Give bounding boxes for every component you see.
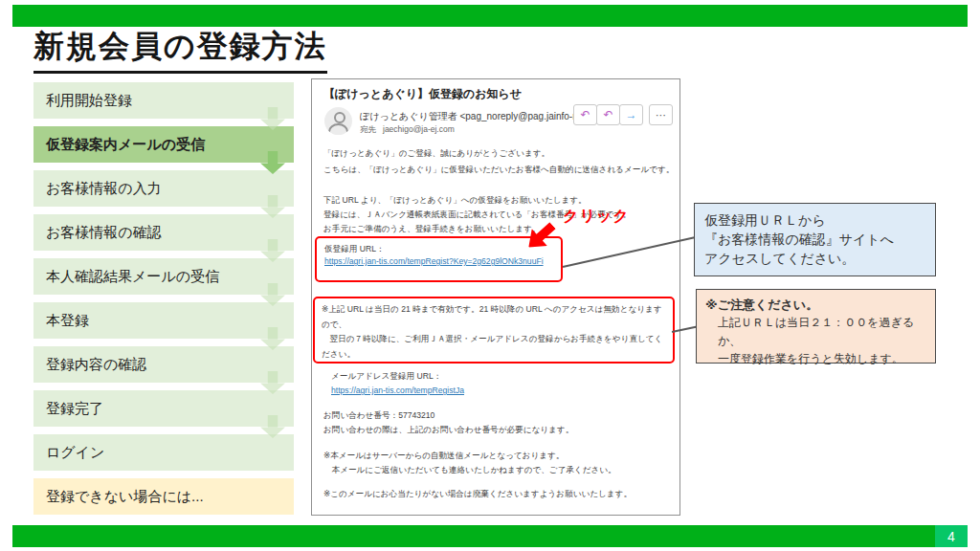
reply-all-button[interactable]: ↶ — [596, 104, 620, 125]
step-cannot-register: 登録できない場合には... — [33, 478, 294, 515]
click-annotation-label: クリック — [563, 207, 630, 227]
step-registration-complete: 登録完了 — [33, 390, 294, 427]
mail-url-label: メールアドレス登録用 URL： — [331, 369, 441, 384]
sender-avatar — [324, 107, 352, 135]
callout-line: 『お客様情報の確認』サイトへ — [704, 230, 925, 249]
auto-send-note: 本メールにご返信いただいても連絡いたしかねますので、ご了承ください。 — [323, 463, 616, 477]
email-recipient-row: 宛先jaechigo@ja-ej.com — [360, 124, 455, 136]
step-customer-info-input: お客様情報の入力 — [33, 170, 294, 207]
top-accent-bar — [12, 5, 968, 27]
step-temp-registration-mail-active: 仮登録案内メールの受信 — [33, 126, 294, 163]
email-screenshot-panel: 【ぽけっとあぐり】仮登録のお知らせ ぽけっとあぐり管理者 <pag_norepl… — [311, 78, 680, 516]
forward-button[interactable]: → — [619, 104, 643, 125]
temp-url-label: 仮登録用 URL： — [324, 242, 553, 256]
mail-registration-url-link[interactable]: https://agri.jan-tis.com/tempRegistJa — [331, 384, 464, 398]
temp-registration-url-link[interactable]: https://agri.jan-tis.com/tempRegist?Key=… — [324, 256, 553, 266]
step-label: 利用開始登録 — [46, 92, 132, 110]
step-label: お客様情報の確認 — [46, 224, 162, 242]
reply-button[interactable]: ↶ — [573, 104, 597, 125]
access-site-callout: 仮登録用ＵＲＬから 『お客様情報の確認』サイトへ アクセスしてください。 — [694, 203, 936, 276]
email-body-line: お手元にご準備のうえ、登録手続きをお願いいたします。 — [323, 222, 540, 236]
page-number: 4 — [935, 525, 968, 547]
step-start-registration: 利用開始登録 — [33, 82, 294, 119]
step-label: 登録完了 — [46, 400, 103, 418]
email-body-line: 「ぽけっとあぐり」のご登録、誠にありがとうございます。 — [323, 146, 549, 161]
step-label: 本人確認結果メールの受信 — [46, 268, 219, 286]
inquiry-number: お問い合わせ番号：57743210 — [323, 408, 434, 423]
bottom-accent-bar — [12, 525, 968, 547]
presentation-slide: 4 新規会員の登録方法 利用開始登録 仮登録案内メールの受信 お客様情報の入力 … — [0, 0, 980, 551]
step-label: ログイン — [46, 444, 104, 462]
step-label: 仮登録案内メールの受信 — [46, 136, 205, 154]
reply-icon: ↶ — [580, 108, 590, 121]
slide-title: 新規会員の登録方法 — [33, 26, 327, 74]
step-identity-result-mail: 本人確認結果メールの受信 — [33, 258, 294, 295]
ellipsis-icon: ⋯ — [656, 109, 666, 121]
step-label: お客様情報の入力 — [46, 180, 162, 198]
caution-callout: ※ご注意ください。 上記ＵＲＬは当日２１：００を過ぎるか、 一度登録作業を行うと… — [696, 289, 936, 364]
step-label: 登録できない場合には... — [46, 488, 204, 506]
step-label: 登録内容の確認 — [46, 356, 146, 374]
forward-icon: → — [626, 108, 637, 121]
to-label: 宛先 — [360, 124, 376, 134]
reply-all-icon: ↶ — [603, 108, 612, 121]
step-label: 本登録 — [46, 312, 89, 330]
step-full-registration: 本登録 — [33, 302, 294, 339]
person-icon — [334, 112, 345, 123]
more-options-button[interactable]: ⋯ — [649, 104, 673, 125]
email-subject: 【ぽけっとあぐり】仮登録のお知らせ — [323, 86, 522, 102]
caution-title: ※ご注意ください。 — [705, 296, 926, 314]
callout-line: アクセスしてください。 — [704, 249, 925, 268]
caution-line: 一度登録作業を行うと失効します。 — [705, 350, 926, 368]
email-action-toolbar: ↶ ↶ → ⋯ — [573, 104, 673, 125]
discard-note: ※このメールにお心当たりがない場合は廃棄くださいますようお願いいたします。 — [323, 487, 632, 501]
step-registration-content-confirm: 登録内容の確認 — [33, 346, 294, 383]
callout-line: 仮登録用ＵＲＬから — [704, 210, 925, 230]
registration-steps-sidebar: 利用開始登録 仮登録案内メールの受信 お客様情報の入力 お客様情報の確認 本人確… — [33, 82, 294, 522]
to-address: jaechigo@ja-ej.com — [383, 124, 455, 134]
step-customer-info-confirm: お客様情報の確認 — [33, 214, 294, 251]
auto-send-note: ※本メールはサーバーからの自動送信メールとなっております。 — [323, 449, 564, 463]
email-body-line: こちらは、「ぽけっとあぐり」に仮登録いただいたお客様へ自動的に送信されるメールで… — [323, 163, 674, 177]
url-expiry-highlight-box: ※上記 URL は当日の 21 時まで有効です。21 時以降の URL へのアク… — [313, 297, 675, 364]
inquiry-note: お問い合わせの際は、上記のお問い合わせ番号が必要になります。 — [323, 423, 573, 437]
temp-url-highlight-box: 仮登録用 URL： https://agri.jan-tis.com/tempR… — [315, 236, 563, 282]
expiry-text-line: ※上記 URL は当日の 21 時まで有効です。21 時以降の URL へのアク… — [322, 302, 666, 332]
expiry-text-line: 翌日の７時以降に、ご利用ＪＡ選択・メールアドレスの登録からお手続きをやり直してく… — [322, 332, 666, 362]
step-login: ログイン — [33, 434, 294, 471]
caution-line: 上記ＵＲＬは当日２１：００を過ぎるか、 — [705, 314, 926, 350]
person-icon — [328, 123, 348, 135]
email-body-line: 下記 URL より、「ぽけっとあぐり」への仮登録をお願いいたします。 — [323, 193, 587, 208]
